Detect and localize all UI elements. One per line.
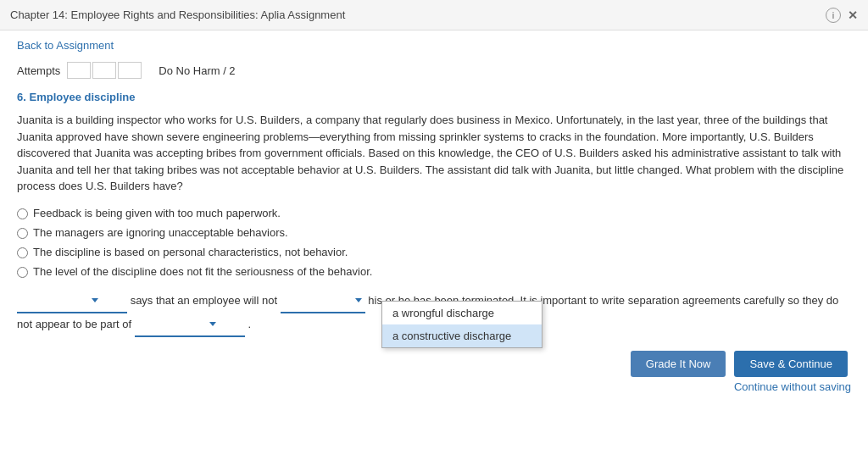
save-continue-button[interactable]: Save & Continue: [734, 351, 848, 377]
attempts-box-2: [92, 62, 116, 79]
dropdown-2-arrow: [355, 298, 362, 302]
option-row-1: Feedback is being given with too much pa…: [17, 207, 851, 219]
options-list: Feedback is being given with too much pa…: [17, 207, 851, 278]
option-radio-3[interactable]: [17, 247, 28, 258]
button-row: Grade It Now Save & Continue: [17, 351, 851, 377]
option-label-4: The level of the discipline does not fit…: [33, 265, 372, 278]
dropdown-popup: a wrongful discharge a constructive disc…: [381, 301, 542, 348]
dropdown-popup-item-1[interactable]: a wrongful discharge: [382, 302, 542, 324]
attempts-label: Attempts: [17, 64, 60, 77]
back-to-assignment-link[interactable]: Back to Assignment: [17, 39, 114, 52]
continue-without-saving-link[interactable]: Continue without saving: [17, 380, 851, 393]
sentence-end-period: .: [248, 318, 251, 330]
option-row-3: The discipline is based on personal char…: [17, 246, 851, 258]
dropdown-3[interactable]: [135, 313, 245, 337]
question-title: 6. Employee discipline: [17, 91, 851, 103]
do-no-harm-label: Do No Harm / 2: [159, 64, 235, 77]
info-icon[interactable]: i: [826, 8, 841, 23]
dropdown-1-arrow: [92, 298, 98, 302]
option-row-2: The managers are ignoring unacceptable b…: [17, 226, 851, 239]
dropdown-2-value: [284, 290, 352, 312]
question-number: 6.: [17, 91, 26, 103]
dropdown-1-value: [20, 290, 88, 312]
option-radio-2[interactable]: [17, 228, 28, 239]
option-radio-4[interactable]: [17, 267, 28, 278]
option-radio-1[interactable]: [17, 208, 28, 219]
attempts-row: Attempts Do No Harm / 2: [17, 62, 851, 79]
title-bar: Chapter 14: Employee Rights and Responsi…: [0, 0, 868, 30]
attempts-boxes: [67, 62, 142, 79]
option-label-1: Feedback is being given with too much pa…: [33, 207, 281, 219]
attempts-box-3: [118, 62, 142, 79]
main-content: Back to Assignment Attempts Do No Harm /…: [0, 30, 868, 449]
dropdown-3-value: [138, 313, 206, 335]
close-icon[interactable]: ✕: [848, 8, 858, 22]
title-bar-icons: i ✕: [826, 8, 858, 23]
title-bar-text: Chapter 14: Employee Rights and Responsi…: [10, 8, 345, 21]
question-body: Juanita is a building inspector who work…: [17, 112, 851, 195]
dropdown-1[interactable]: [17, 290, 127, 313]
dropdown-popup-item-2[interactable]: a constructive discharge: [382, 324, 542, 347]
attempts-box-1: [67, 62, 91, 79]
dropdown-2[interactable]: [281, 290, 365, 313]
question-title-text: Employee discipline: [29, 91, 135, 103]
grade-it-now-button[interactable]: Grade It Now: [631, 351, 726, 377]
dropdown-3-arrow: [209, 322, 216, 326]
option-label-3: The discipline is based on personal char…: [33, 246, 348, 258]
option-row-4: The level of the discipline does not fit…: [17, 265, 851, 278]
option-label-2: The managers are ignoring unacceptable b…: [33, 226, 288, 239]
do-no-harm-text: Do No Harm / 2: [159, 64, 235, 77]
sentence-part1: says that an employee will not: [131, 294, 277, 307]
